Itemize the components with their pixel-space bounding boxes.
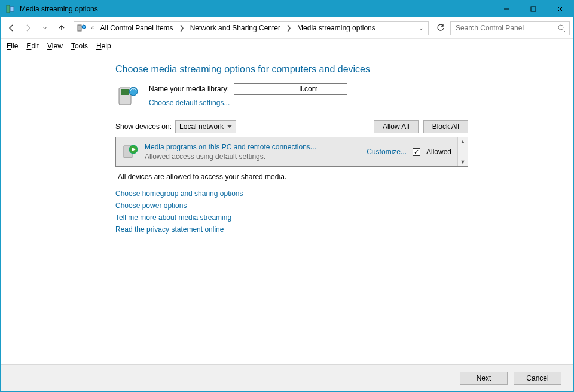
svg-point-8 [558,25,563,30]
breadcrumb-icon [77,23,87,33]
close-button[interactable] [546,1,573,17]
breadcrumb[interactable]: « All Control Panel Items ❯ Network and … [74,21,429,35]
breadcrumb-item-1[interactable]: Network and Sharing Center [188,24,283,32]
show-devices-label: Show devices on: [115,122,172,131]
content-area: Choose media streaming options for compu… [1,53,573,364]
device-list-scrollbar[interactable]: ▲ ▼ [457,137,468,166]
minimize-button[interactable] [493,1,520,17]
next-button[interactable]: Next [460,372,508,385]
svg-rect-1 [10,7,14,11]
breadcrumb-item-0[interactable]: All Control Panel Items [98,24,176,32]
device-list: Media programs on this PC and remote con… [115,137,468,167]
library-row: Name your media library: Choose default … [115,83,468,109]
search-input[interactable] [454,23,557,33]
link-media-streaming-help[interactable]: Tell me more about media streaming [115,213,468,222]
library-name-input[interactable] [234,83,347,95]
window: Media streaming options « All Control Pa… [0,0,574,392]
menu-view[interactable]: View [47,42,63,50]
footer: Next Cancel [1,364,573,391]
device-icon [122,143,139,160]
scroll-down-icon[interactable]: ▼ [460,159,466,165]
choose-default-settings-link[interactable]: Choose default settings... [149,99,347,107]
page-title: Choose media streaming options for compu… [115,64,468,75]
titlebar: Media streaming options [1,1,573,17]
svg-rect-11 [121,89,129,95]
chevron-down-icon[interactable]: ⌄ [419,24,426,31]
allow-all-button[interactable]: Allow All [374,120,419,133]
device-allowed-checkbox[interactable]: ✓ [413,148,420,156]
breadcrumb-item-2[interactable]: Media streaming options [295,24,378,32]
link-homegroup[interactable]: Choose homegroup and sharing options [115,189,468,198]
nav-forward-button[interactable] [21,21,35,35]
library-icon [115,83,142,109]
svg-rect-3 [531,7,536,11]
device-row[interactable]: Media programs on this PC and remote con… [116,137,457,166]
cancel-button[interactable]: Cancel [514,372,561,385]
show-devices-row: Show devices on: Local network Allow All… [115,120,468,133]
nav-recent-dropdown[interactable] [38,21,52,35]
scroll-up-icon[interactable]: ▲ [460,139,466,145]
chevron-right-icon: ❯ [178,24,185,31]
app-icon [4,3,16,15]
device-title-link[interactable]: Media programs on this PC and remote con… [145,143,361,151]
show-devices-select[interactable]: Local network [175,120,236,133]
search-icon [557,24,566,32]
device-customize-link[interactable]: Customize... [367,148,407,156]
search-box[interactable] [450,21,570,35]
related-links: Choose homegroup and sharing options Cho… [115,189,468,234]
svg-rect-0 [7,5,10,13]
breadcrumb-prefix: « [90,24,96,31]
maximize-button[interactable] [520,1,546,17]
block-all-button[interactable]: Block All [423,120,468,133]
show-devices-value: Local network [179,122,224,131]
menubar: File Edit View Tools Help [1,39,573,53]
status-text: All devices are allowed to access your s… [118,173,468,181]
link-privacy-statement[interactable]: Read the privacy statement online [115,225,468,234]
nav-up-button[interactable] [54,21,69,35]
menu-help[interactable]: Help [96,42,111,50]
device-subtitle: Allowed access using default settings. [145,152,361,161]
svg-line-9 [563,29,565,32]
menu-edit[interactable]: Edit [26,42,39,50]
navbar: « All Control Panel Items ❯ Network and … [1,17,573,39]
window-title: Media streaming options [20,5,98,13]
device-allowed-label: Allowed [426,148,451,156]
library-name-label: Name your media library: [149,85,229,93]
svg-point-7 [82,25,86,29]
link-power-options[interactable]: Choose power options [115,201,468,210]
refresh-button[interactable] [433,21,448,35]
menu-tools[interactable]: Tools [71,42,88,50]
nav-back-button[interactable] [4,21,19,35]
menu-file[interactable]: File [7,42,18,50]
svg-rect-6 [78,25,81,31]
chevron-right-icon: ❯ [285,24,292,31]
